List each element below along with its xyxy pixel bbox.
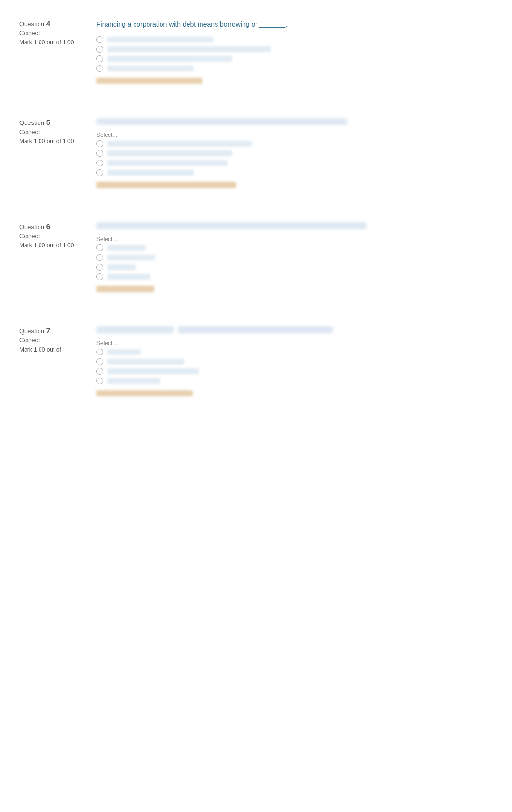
answer-option-6-4	[96, 273, 493, 280]
radio-4-2[interactable]	[96, 46, 103, 53]
option-label-4-1	[107, 37, 213, 42]
option-label-6-2	[107, 255, 155, 260]
answer-options-6	[96, 244, 493, 280]
select-label-6: Select...	[96, 236, 493, 243]
option-label-4-3	[107, 56, 232, 62]
option-label-6-3	[107, 264, 136, 270]
answer-option-7-1	[96, 349, 493, 355]
question-status-4: Correct	[19, 29, 87, 37]
question-meta-4: Question 4 Correct Mark 1.00 out of 1.00	[19, 19, 96, 84]
question-block-7: Question 7 Correct Mark 1.00 out of Sele…	[19, 317, 493, 406]
correct-answer-5	[96, 182, 236, 188]
radio-4-4[interactable]	[96, 65, 103, 72]
question-text-5	[96, 118, 347, 125]
radio-7-2[interactable]	[96, 358, 103, 365]
question-mark-6: Mark 1.00 out of 1.00	[19, 242, 87, 250]
question-label-7: Question 7	[19, 326, 87, 335]
answer-options-5	[96, 140, 493, 176]
option-label-4-4	[107, 66, 194, 71]
question-number-4: 4	[46, 19, 50, 27]
answer-options-4	[96, 36, 493, 72]
question-word-5: Question	[19, 119, 44, 126]
question-meta-7: Question 7 Correct Mark 1.00 out of	[19, 326, 96, 396]
correct-answer-4	[96, 78, 202, 84]
radio-5-1[interactable]	[96, 140, 103, 147]
question-label-6: Question 6	[19, 222, 87, 230]
question-content-4: Financing a corporation with debt means …	[96, 19, 493, 84]
question-word-6: Question	[19, 223, 44, 230]
correct-answer-6	[96, 286, 154, 292]
question-text-6	[96, 222, 366, 229]
option-label-5-3	[107, 160, 228, 166]
option-label-7-1	[107, 349, 141, 355]
option-label-7-3	[107, 368, 199, 374]
answer-option-4-2	[96, 46, 493, 53]
select-label-7: Select...	[96, 340, 493, 347]
question-content-6: Select...	[96, 222, 493, 292]
answer-option-7-4	[96, 378, 493, 384]
option-label-7-4	[107, 378, 160, 384]
question-word-7: Question	[19, 327, 44, 335]
option-label-5-1	[107, 141, 252, 147]
answer-option-6-2	[96, 254, 493, 261]
question-block-6: Question 6 Correct Mark 1.00 out of 1.00…	[19, 213, 493, 302]
select-label-5: Select...	[96, 132, 493, 138]
question-block-5: Question 5 Correct Mark 1.00 out of 1.00…	[19, 108, 493, 198]
question-word-4: Question	[19, 20, 44, 27]
answer-options-7	[96, 349, 493, 384]
radio-4-3[interactable]	[96, 55, 103, 62]
option-label-6-1	[107, 245, 146, 251]
answer-option-5-2	[96, 150, 493, 157]
question-text-7	[178, 326, 333, 333]
answer-option-5-1	[96, 140, 493, 147]
radio-7-1[interactable]	[96, 349, 103, 355]
question-text-prefix-7	[96, 326, 174, 333]
answer-option-6-3	[96, 264, 493, 271]
answer-option-5-4	[96, 169, 493, 176]
radio-6-4[interactable]	[96, 273, 103, 280]
question-block-4: Question 4 Correct Mark 1.00 out of 1.00…	[19, 10, 493, 94]
option-label-5-2	[107, 150, 232, 156]
radio-7-4[interactable]	[96, 378, 103, 384]
answer-option-5-3	[96, 160, 493, 166]
answer-option-7-2	[96, 358, 493, 365]
question-status-7: Correct	[19, 337, 87, 344]
question-mark-5: Mark 1.00 out of 1.00	[19, 137, 87, 146]
question-content-5: Select...	[96, 118, 493, 188]
question-number-5: 5	[46, 118, 50, 126]
answer-option-7-3	[96, 368, 493, 375]
page-container: Question 4 Correct Mark 1.00 out of 1.00…	[0, 0, 512, 431]
option-label-6-4	[107, 274, 150, 280]
question-status-6: Correct	[19, 232, 87, 240]
option-label-7-2	[107, 359, 184, 365]
question-label-4: Question 4	[19, 19, 87, 27]
question-number-6: 6	[46, 222, 50, 230]
question-mark-7: Mark 1.00 out of	[19, 346, 87, 354]
radio-5-2[interactable]	[96, 150, 103, 157]
question-label-5: Question 5	[19, 118, 87, 126]
radio-5-4[interactable]	[96, 169, 103, 176]
question-number-7: 7	[46, 326, 50, 335]
answer-option-6-1	[96, 244, 493, 251]
question-text-4: Financing a corporation with debt means …	[96, 19, 493, 29]
radio-6-1[interactable]	[96, 244, 103, 251]
question-meta-5: Question 5 Correct Mark 1.00 out of 1.00	[19, 118, 96, 188]
answer-option-4-4	[96, 65, 493, 72]
question-content-7: Select...	[96, 326, 493, 396]
question-mark-4: Mark 1.00 out of 1.00	[19, 39, 87, 47]
radio-4-1[interactable]	[96, 36, 103, 43]
question-meta-6: Question 6 Correct Mark 1.00 out of 1.00	[19, 222, 96, 292]
radio-6-2[interactable]	[96, 254, 103, 261]
answer-option-4-3	[96, 55, 493, 62]
option-label-4-2	[107, 46, 271, 52]
radio-7-3[interactable]	[96, 368, 103, 375]
option-label-5-4	[107, 170, 194, 176]
radio-6-3[interactable]	[96, 264, 103, 271]
radio-5-3[interactable]	[96, 160, 103, 166]
question-status-5: Correct	[19, 128, 87, 135]
answer-option-4-1	[96, 36, 493, 43]
correct-answer-7	[96, 390, 193, 396]
